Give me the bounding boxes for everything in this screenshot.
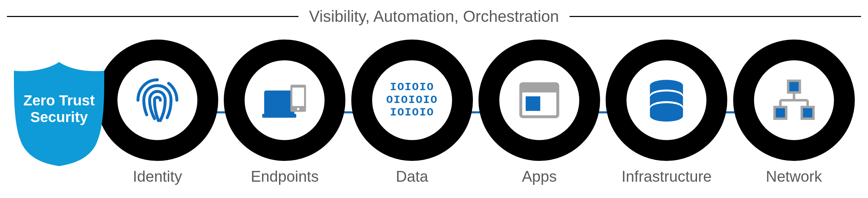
pillar-ring — [224, 40, 345, 161]
shield-label: Zero Trust Security — [23, 92, 95, 126]
diagram-row: Zero Trust Security — [0, 40, 868, 185]
pillar-label: Identity — [133, 168, 182, 185]
svg-rect-3 — [293, 88, 304, 106]
pillar-label: Network — [766, 168, 822, 185]
pillar-infrastructure: Infrastructure — [603, 40, 730, 185]
pillars-container: Identity Endpoints IOIOIO OIOIOIO — [94, 40, 858, 185]
pillar-ring — [733, 40, 855, 161]
pillar-ring: IOIOIO OIOIOIO IOIOIO — [351, 40, 473, 161]
header-line-left — [7, 16, 298, 17]
pillar-label: Endpoints — [251, 168, 319, 185]
svg-rect-7 — [526, 96, 540, 111]
network-icon — [770, 76, 818, 124]
pillar-label: Data — [396, 168, 428, 185]
pillar-ring — [606, 40, 727, 161]
pillar-label: Infrastructure — [622, 168, 712, 185]
binary-icon: IOIOIO OIOIOIO IOIOIO — [386, 81, 438, 119]
header-bar: Visibility, Automation, Orchestration — [0, 7, 868, 26]
pillar-data: IOIOIO OIOIOIO IOIOIO Data — [349, 40, 476, 185]
pillar-endpoints: Endpoints — [221, 40, 348, 185]
svg-rect-18 — [775, 107, 786, 119]
pillar-identity: Identity — [94, 40, 221, 185]
pillar-ring — [478, 40, 600, 161]
header-title: Visibility, Automation, Orchestration — [298, 7, 569, 26]
svg-rect-0 — [264, 91, 295, 116]
svg-rect-1 — [262, 114, 296, 118]
svg-rect-6 — [521, 84, 558, 92]
zero-trust-shield: Zero Trust Security — [10, 59, 108, 166]
pillar-apps: Apps — [476, 40, 603, 185]
header-line-right — [570, 16, 861, 17]
app-window-icon — [515, 76, 564, 124]
pillar-network: Network — [730, 40, 858, 185]
svg-rect-17 — [788, 81, 800, 93]
shield-label-line1: Zero Trust — [23, 92, 95, 109]
binary-line: IOIOIO — [390, 81, 434, 94]
database-icon — [642, 76, 691, 124]
binary-line: IOIOIO — [390, 106, 434, 119]
devices-icon — [260, 76, 309, 124]
pillar-label: Apps — [522, 168, 557, 185]
svg-rect-19 — [802, 107, 813, 119]
svg-point-4 — [297, 108, 300, 110]
fingerprint-icon — [133, 76, 182, 124]
shield-label-line2: Security — [30, 109, 88, 125]
binary-line: OIOIOIO — [386, 94, 438, 106]
pillar-ring — [97, 40, 218, 161]
